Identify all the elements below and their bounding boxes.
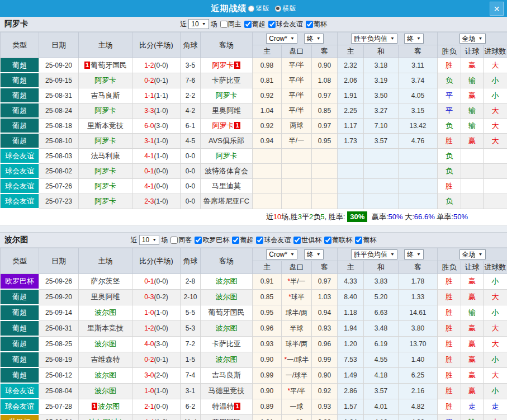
handicap-label: 一/球半 xyxy=(286,371,307,379)
result-goals: 大 xyxy=(484,289,507,305)
result-outcome: 平 xyxy=(438,414,461,420)
team-label: 阿罗卡 xyxy=(216,152,238,160)
league-filter-checkbox-label: 球会友谊 xyxy=(276,20,303,29)
league-filter-checkbox-label: 葡超 xyxy=(252,20,266,29)
score: 3-3(1-0) xyxy=(132,103,181,118)
odds-group-header: Crow*▼终▼ xyxy=(253,248,338,261)
odds-handicap: *半/一 xyxy=(282,274,312,290)
home-team-name: 阿罗卡 xyxy=(94,167,116,175)
home-team-name: 1葡萄牙国民 xyxy=(84,61,127,69)
team-label: 吉马良斯 xyxy=(212,371,241,379)
scope-select[interactable]: 全场▼ xyxy=(459,249,486,259)
close-button[interactable]: ✕ xyxy=(490,2,504,16)
team-label: 波尔图 xyxy=(216,292,238,301)
team-label: 波尔图 xyxy=(94,386,116,395)
league-filter-checkbox-box[interactable] xyxy=(306,21,313,28)
league-filter-checkbox[interactable]: 葡联杯 xyxy=(324,235,352,245)
same-venue-checkbox-box[interactable] xyxy=(220,21,228,28)
league-filter-checkbox[interactable]: 葡杯 xyxy=(355,235,376,245)
league-filter-checkbox-box[interactable] xyxy=(293,237,301,244)
half-time-score: (0-0) xyxy=(154,182,168,190)
odds-away: 0.97 xyxy=(312,118,338,133)
league-filter-checkbox-box[interactable] xyxy=(195,237,202,244)
away-team-name: 阿罗卡1 xyxy=(212,121,240,130)
avg-away: 13.42 xyxy=(399,118,438,133)
odds-handicap: 一球 xyxy=(282,414,312,420)
handicap-label: 平/半 xyxy=(289,76,304,84)
column-header: 比分(半场) xyxy=(132,248,181,274)
league-filter-checkbox[interactable]: 球会友谊 xyxy=(268,20,303,29)
result-handicap: 赢 xyxy=(461,274,484,290)
league-filter-checkbox[interactable]: 葡杯 xyxy=(306,20,327,29)
league-filter-checkbox-box[interactable] xyxy=(232,237,239,244)
chevron-down-icon: ▼ xyxy=(290,35,295,42)
match-count-select[interactable]: 10▼ xyxy=(188,19,209,29)
bookmaker-select[interactable]: Crow*▼ xyxy=(266,34,297,44)
layout-radio-option[interactable]: 横版 xyxy=(275,4,296,13)
result-handicap: 赢 xyxy=(461,133,484,148)
league-filter-checkbox-box[interactable] xyxy=(324,237,331,244)
avg-final-select[interactable]: 终▼ xyxy=(404,249,424,259)
score: 6-0(3-0) xyxy=(132,118,181,133)
corners: 0-0 xyxy=(181,163,201,178)
score: 0-2(0-1) xyxy=(132,73,181,88)
bookmaker-final-select[interactable]: 终▼ xyxy=(304,249,324,259)
league-filter-checkbox[interactable]: 葡超 xyxy=(232,235,253,245)
team-label: 波尔图 xyxy=(98,402,120,410)
avg-odds-select[interactable]: 胜平负均值▼ xyxy=(351,34,397,44)
layout-radio-label: 竖版 xyxy=(256,4,269,13)
handicap-label: 一/球半 xyxy=(287,356,309,364)
home-team: 阿罗卡 xyxy=(79,103,132,118)
half-time-score: (0-2) xyxy=(154,293,168,301)
league-filter-checkbox-box[interactable] xyxy=(244,21,252,28)
score: 4-1(1-0) xyxy=(132,148,181,163)
match-date: 25-08-18 xyxy=(39,118,79,133)
odds-home: 0.90 xyxy=(253,352,282,367)
match-count-select[interactable]: 10▼ xyxy=(139,235,159,245)
league-filter-checkbox[interactable]: 世俱杯 xyxy=(293,235,321,245)
odds-home: 0.96 xyxy=(253,320,282,336)
match-date: 25-08-24 xyxy=(39,103,79,118)
scope-select[interactable]: 全场▼ xyxy=(459,34,486,44)
column-header: 类型 xyxy=(1,248,39,274)
bookmaker-final-select[interactable]: 终▼ xyxy=(304,34,324,44)
home-team-name: 波尔图 xyxy=(94,371,116,379)
table-row: 球会友谊25-07-23阿罗卡2-3(1-0)0-0鲁席塔尼亚FC负 xyxy=(1,194,507,209)
league-type-cell: 欧罗巴杯 xyxy=(1,274,39,290)
avg-home: 1.49 xyxy=(338,367,364,383)
odds-away: 0.96 xyxy=(312,336,338,352)
same-venue-checkbox-label: 同客 xyxy=(178,235,192,245)
team-name: 波尔图 xyxy=(4,235,28,245)
same-venue-checkbox[interactable]: 同主 xyxy=(220,20,241,29)
summary-segment: 场,胜 xyxy=(281,213,298,221)
away-team-name: 特温特1 xyxy=(212,402,240,410)
score: 1-1(1-1) xyxy=(132,88,181,103)
odds-handicap: 平/半 xyxy=(282,58,312,73)
league-filter-checkbox-box[interactable] xyxy=(256,237,263,244)
table-row: 葡超25-08-10阿罗卡3-1(1-0)4-5AVS俱乐部0.94半/一0.9… xyxy=(1,133,507,148)
bookmaker-select[interactable]: Crow*▼ xyxy=(266,249,297,259)
avg-final-select[interactable]: 终▼ xyxy=(404,34,424,44)
corners: 7-4 xyxy=(181,367,201,383)
layout-radio-option[interactable]: 竖版 xyxy=(248,4,269,13)
result-handicap: 赢 xyxy=(461,352,484,367)
chevron-down-icon: ▼ xyxy=(390,35,395,42)
away-team-name: 鲁席塔尼亚FC xyxy=(203,197,249,205)
result-handicap: 赢 xyxy=(461,320,484,336)
team-label: 阿罗卡 xyxy=(94,76,116,84)
team-label: 开罗国民 xyxy=(212,418,241,420)
avg-odds-select[interactable]: 胜平负均值▼ xyxy=(351,249,397,259)
league-filter-checkbox-box[interactable] xyxy=(268,21,276,28)
league-filter-checkbox[interactable]: 欧罗巴杯 xyxy=(195,235,229,245)
results-table: 类型日期主场比分(半场)角球客场Crow*▼终▼胜平负均值▼终▼全场▼主盘口客主… xyxy=(0,32,507,209)
same-venue-checkbox-box[interactable] xyxy=(170,237,178,244)
league-filter-checkbox[interactable]: 球会友谊 xyxy=(256,235,291,245)
result-goals xyxy=(484,163,507,178)
same-venue-checkbox[interactable]: 同客 xyxy=(170,235,192,245)
match-date: 25-07-23 xyxy=(39,194,79,209)
league-filter-checkbox[interactable]: 葡超 xyxy=(244,20,266,29)
result-outcome: 负 xyxy=(438,73,461,88)
avg-draw: 7.10 xyxy=(364,118,399,133)
league-filter-checkbox-box[interactable] xyxy=(355,237,362,244)
match-date: 25-09-20 xyxy=(39,58,79,73)
